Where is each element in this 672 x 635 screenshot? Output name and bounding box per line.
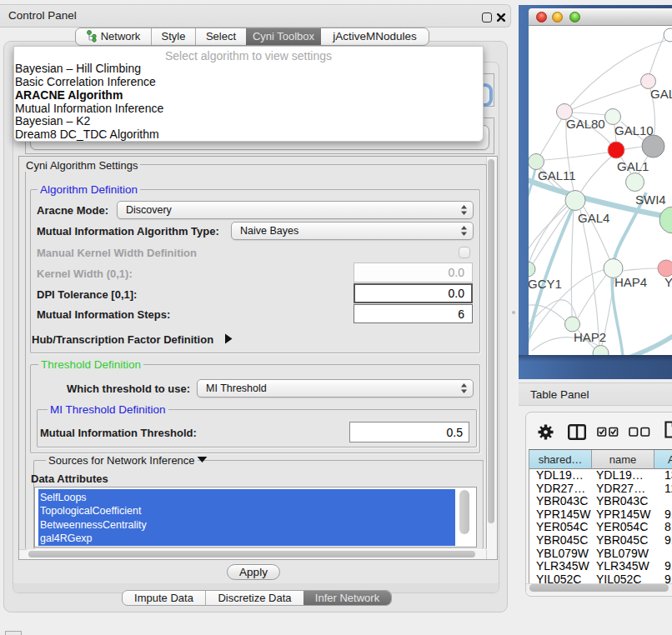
- svg-text:Y: Y: [664, 275, 672, 289]
- svg-text:GAL1: GAL1: [617, 159, 649, 173]
- svg-text:GCY1: GCY1: [529, 277, 562, 291]
- svg-text:SWI4: SWI4: [635, 192, 666, 207]
- svg-text:GAL: GAL: [650, 87, 672, 101]
- svg-text:HAP4: HAP4: [614, 275, 647, 289]
- svg-text:GAL80: GAL80: [566, 117, 605, 131]
- svg-text:GAL10: GAL10: [614, 123, 654, 138]
- svg-text:GAL11: GAL11: [538, 168, 576, 182]
- svg-text:GAL4: GAL4: [578, 211, 609, 225]
- svg-text:HAP2: HAP2: [574, 330, 606, 344]
